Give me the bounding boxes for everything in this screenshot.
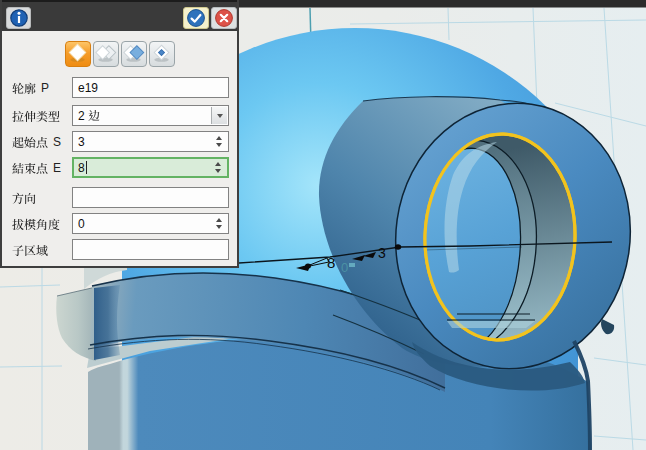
svg-text:0: 0 [341, 260, 348, 275]
svg-text:3: 3 [378, 245, 386, 261]
svg-text:8: 8 [327, 254, 335, 271]
